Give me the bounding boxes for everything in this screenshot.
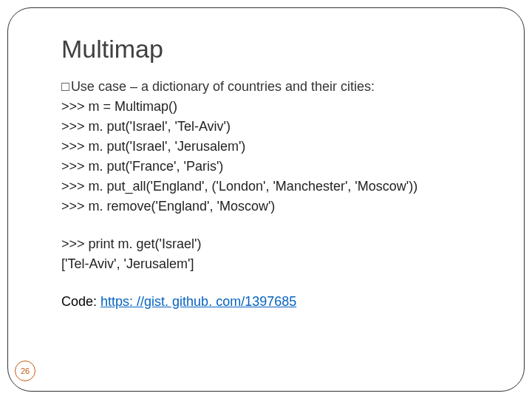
bullet-text: Use case – a dictionary of countries and… (71, 79, 375, 94)
spacer (61, 216, 488, 234)
checkbox-icon: □ (61, 77, 69, 97)
code-label: Code: (61, 294, 100, 309)
output-line: >>> print m. get('Israel') (61, 234, 488, 254)
page-number-badge: 26 (15, 361, 35, 381)
slide-frame: Multimap □Use case – a dictionary of cou… (7, 7, 525, 392)
slide-title: Multimap (61, 35, 488, 64)
code-link-line: Code: https: //gist. github. com/1397685 (61, 292, 488, 312)
use-case-bullet: □Use case – a dictionary of countries an… (61, 77, 488, 97)
page-number: 26 (21, 366, 30, 375)
code-line: >>> m. put_all('England', ('London', 'Ma… (61, 177, 488, 197)
code-line: >>> m = Multimap() (61, 97, 488, 117)
code-line: >>> m. put('France', 'Paris') (61, 157, 488, 177)
code-line: >>> m. put('Israel', 'Jerusalem') (61, 137, 488, 157)
spacer (61, 274, 488, 292)
output-line: ['Tel-Aviv', 'Jerusalem'] (61, 254, 488, 274)
code-line: >>> m. put('Israel', 'Tel-Aviv') (61, 117, 488, 137)
code-line: >>> m. remove('England', 'Moscow') (61, 197, 488, 216)
gist-link[interactable]: https: //gist. github. com/1397685 (100, 294, 296, 309)
